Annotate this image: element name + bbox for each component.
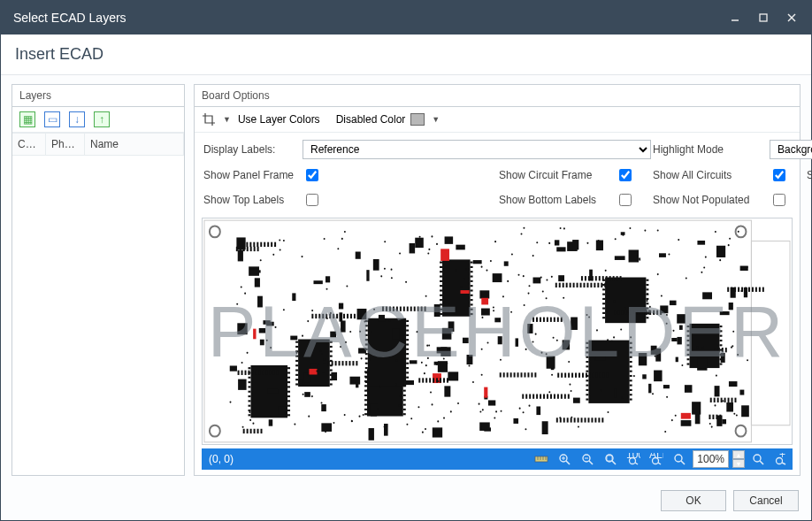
svg-point-641 — [311, 310, 313, 311]
svg-rect-514 — [532, 318, 534, 322]
zoom-all-icon[interactable]: ALL — [647, 450, 666, 468]
svg-rect-322 — [369, 428, 374, 441]
svg-rect-48 — [249, 410, 251, 411]
svg-point-815 — [399, 252, 401, 254]
svg-rect-385 — [727, 287, 729, 292]
svg-rect-224 — [356, 252, 361, 259]
ruler-icon[interactable] — [532, 450, 551, 468]
show-not-populated-checkbox[interactable] — [773, 194, 785, 206]
svg-point-651 — [320, 350, 322, 352]
show-bottom-labels-checkbox[interactable] — [619, 194, 632, 206]
svg-point-785 — [326, 288, 328, 290]
svg-rect-105 — [586, 371, 588, 372]
zoom-in-icon[interactable] — [555, 450, 574, 468]
svg-point-751 — [729, 238, 731, 240]
svg-rect-491 — [594, 283, 595, 287]
zoom-out-icon[interactable] — [578, 450, 597, 468]
svg-rect-148 — [406, 334, 409, 336]
svg-point-655 — [380, 275, 382, 277]
crop-icon[interactable] — [202, 112, 216, 126]
svg-rect-381 — [350, 314, 352, 318]
svg-rect-47 — [287, 405, 290, 407]
show-top-labels-checkbox[interactable] — [306, 194, 318, 206]
svg-rect-400 — [257, 429, 259, 433]
svg-point-706 — [490, 260, 492, 262]
zoom-fit-icon[interactable] — [601, 450, 620, 468]
svg-rect-319 — [685, 385, 693, 393]
svg-rect-422 — [571, 373, 573, 378]
show-circuit-frame-checkbox[interactable] — [619, 169, 632, 181]
svg-rect-61 — [295, 360, 298, 362]
svg-rect-395 — [762, 287, 764, 292]
svg-point-669 — [553, 337, 555, 339]
display-labels-select[interactable]: Reference — [303, 140, 651, 159]
svg-point-623 — [425, 364, 427, 366]
svg-point-779 — [311, 395, 313, 397]
col-name[interactable]: Name — [85, 134, 184, 156]
svg-rect-142 — [406, 320, 409, 322]
svg-rect-182 — [440, 289, 442, 291]
svg-point-565 — [384, 268, 386, 270]
ok-button[interactable]: OK — [661, 490, 726, 511]
svg-point-740 — [308, 416, 310, 418]
svg-point-624 — [481, 349, 483, 350]
svg-rect-549 — [714, 398, 716, 402]
svg-point-562 — [556, 340, 558, 341]
svg-rect-394 — [759, 287, 761, 292]
svg-point-672 — [709, 423, 711, 425]
svg-rect-23 — [687, 354, 690, 356]
svg-rect-426 — [586, 373, 587, 378]
cancel-button[interactable]: Cancel — [733, 490, 799, 511]
use-layer-colors-label[interactable]: Use Layer Colors — [238, 113, 320, 126]
svg-rect-518 — [547, 318, 548, 322]
board-preview[interactable]: PLACEHOLDER — [202, 218, 793, 445]
svg-point-604 — [457, 402, 459, 404]
svg-rect-94 — [630, 342, 632, 344]
svg-point-798 — [481, 317, 483, 318]
svg-point-766 — [321, 353, 323, 355]
svg-rect-63 — [295, 364, 298, 366]
zoom-value: 100% — [693, 450, 729, 468]
svg-rect-327 — [596, 241, 603, 251]
zoom-selection-icon[interactable] — [748, 450, 768, 468]
svg-rect-95 — [586, 347, 588, 349]
zoom-spinner-up[interactable]: ▲ — [732, 450, 745, 459]
show-all-circuits-checkbox[interactable] — [773, 169, 785, 181]
svg-point-646 — [671, 419, 673, 421]
col-photo[interactable]: Pho... — [46, 134, 85, 156]
zoom-region-icon[interactable] — [670, 450, 689, 468]
col-cad[interactable]: CAD — [12, 134, 46, 156]
disabled-color-dropdown-icon[interactable]: ▼ — [430, 115, 441, 124]
show-panel-frame-checkbox[interactable] — [306, 169, 318, 181]
svg-rect-358 — [433, 378, 434, 382]
zoom-settings-icon[interactable]: + — [771, 450, 791, 468]
svg-rect-67 — [295, 374, 298, 376]
svg-point-652 — [271, 416, 272, 418]
svg-rect-106 — [630, 371, 632, 372]
svg-line-837 — [635, 463, 638, 464]
zoom-100-icon[interactable]: 100 — [624, 450, 643, 468]
box-icon[interactable]: ▭ — [44, 111, 60, 127]
svg-rect-411 — [269, 371, 271, 375]
arrow-up-icon[interactable]: ↑ — [94, 111, 110, 127]
svg-rect-39 — [287, 386, 290, 387]
close-button[interactable] — [781, 7, 802, 28]
crop-dropdown-icon[interactable]: ▼ — [221, 115, 233, 124]
svg-point-810 — [737, 354, 739, 356]
grid-view-icon[interactable]: ▦ — [19, 111, 35, 127]
svg-rect-495 — [581, 276, 583, 280]
svg-point-774 — [696, 346, 698, 348]
svg-rect-84 — [602, 303, 605, 304]
arrow-down-icon[interactable]: ↓ — [69, 111, 85, 127]
disabled-color-swatch[interactable] — [410, 113, 425, 126]
svg-rect-167 — [365, 381, 368, 383]
highlight-mode-select[interactable]: Background — [770, 140, 812, 159]
svg-rect-164 — [406, 372, 409, 373]
minimize-button[interactable] — [724, 7, 746, 28]
zoom-spinner[interactable]: ▲ ▼ — [732, 450, 745, 468]
zoom-spinner-down[interactable]: ▼ — [732, 459, 745, 468]
maximize-button[interactable] — [753, 7, 774, 28]
svg-rect-265 — [263, 320, 270, 325]
svg-rect-403 — [241, 371, 243, 375]
svg-rect-290 — [677, 337, 681, 344]
